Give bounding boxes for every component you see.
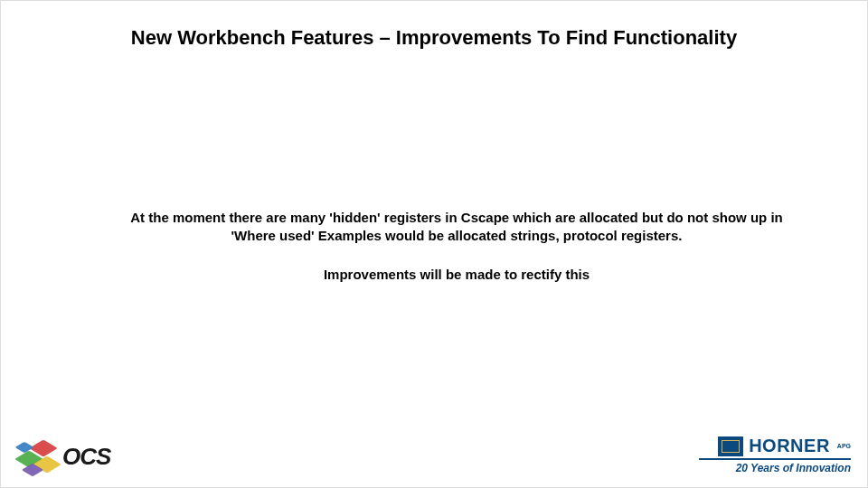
horner-mark-icon	[718, 436, 743, 456]
ocs-logo: OCS	[17, 438, 110, 474]
slide-title: New Workbench Features – Improvements To…	[1, 26, 867, 50]
slide-body: At the moment there are many 'hidden' re…	[109, 209, 804, 284]
horner-logo: HORNER APG 20 Years of Innovation	[699, 436, 851, 474]
horner-divider	[699, 458, 851, 460]
ocs-cubes-icon	[17, 438, 57, 474]
horner-logo-text: HORNER	[749, 436, 830, 456]
ocs-logo-text: OCS	[62, 443, 110, 471]
body-paragraph-1: At the moment there are many 'hidden' re…	[109, 209, 804, 246]
slide: New Workbench Features – Improvements To…	[0, 0, 868, 488]
horner-logo-sub: APG	[837, 443, 851, 449]
footer: OCS HORNER APG 20 Years of Innovation	[17, 420, 851, 474]
horner-tagline: 20 Years of Innovation	[699, 462, 851, 474]
body-paragraph-2: Improvements will be made to rectify thi…	[109, 266, 804, 284]
